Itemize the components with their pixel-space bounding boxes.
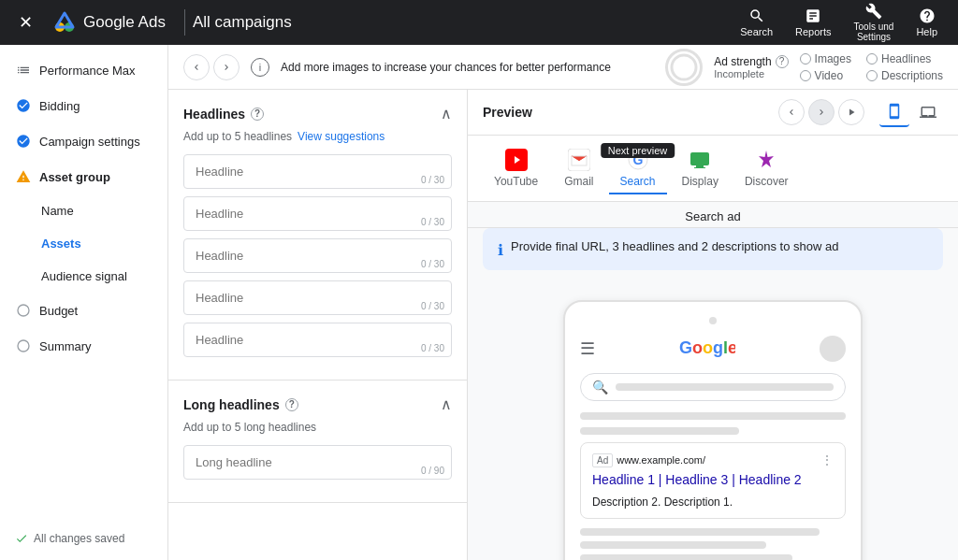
ad-info-icon[interactable]: ⋮ <box>820 452 834 467</box>
platform-tabs: YouTube Gmail <box>468 136 958 202</box>
headlines-section-header: Headlines ? ∧ <box>183 105 452 122</box>
close-button[interactable]: ✕ <box>11 12 40 33</box>
skeleton-line-2 <box>580 541 766 549</box>
ad-strength-circle <box>665 49 703 86</box>
ad-strength-tooltip-icon[interactable]: ? <box>776 55 789 68</box>
top-nav-actions: Search Reports Tools undSettings Help <box>731 0 947 46</box>
tools-nav-button[interactable]: Tools undSettings <box>845 0 904 46</box>
svg-rect-13 <box>694 167 705 168</box>
sidebar-item-campaign-settings[interactable]: Campaign settings <box>0 123 167 159</box>
tab-gmail[interactable]: Gmail <box>553 143 604 194</box>
sidebar: Performance Max Bidding Campaign setting… <box>0 45 168 560</box>
ad-strength-bar: i Add more images to increase your chanc… <box>168 45 958 90</box>
mobile-device-icon[interactable] <box>879 97 909 127</box>
sidebar-item-campaign-settings-label: Campaign settings <box>39 135 140 149</box>
tab-gmail-label: Gmail <box>564 175 593 188</box>
sidebar-item-name[interactable]: Name <box>0 194 167 227</box>
phone-menu-bar: ☰ Google <box>580 336 846 362</box>
headline-input-1[interactable] <box>183 154 452 189</box>
tools-icon <box>865 3 882 20</box>
headlines-collapse-button[interactable]: ∧ <box>441 105 452 122</box>
sidebar-item-bidding[interactable]: Bidding <box>0 88 167 123</box>
tab-search[interactable]: Next preview G Search <box>609 143 667 194</box>
headline-charcount-2: 0 / 30 <box>421 217 444 227</box>
ad-url: www.example.com/ <box>617 454 817 466</box>
ad-type-label: Search ad <box>468 202 958 228</box>
form-panel: Headlines ? ∧ Add up to 5 headlines View… <box>168 90 468 560</box>
preview-next-button[interactable] <box>808 99 835 125</box>
preview-nav <box>778 99 864 125</box>
main-layout: Performance Max Bidding Campaign setting… <box>0 45 958 560</box>
sidebar-item-performance-max[interactable]: Performance Max <box>0 52 167 88</box>
search-result-line-2 <box>580 427 739 435</box>
ad-label-row: Ad www.example.com/ ⋮ <box>592 452 834 467</box>
headline-input-5[interactable] <box>183 323 452 357</box>
ad-strength-message: Add more images to increase your chances… <box>281 61 654 74</box>
tab-discover[interactable]: Discover <box>733 143 800 194</box>
reports-nav-button[interactable]: Reports <box>786 4 841 41</box>
display-icon <box>689 149 711 171</box>
all-changes-saved: All changes saved <box>0 524 139 553</box>
sidebar-item-audience-signal[interactable]: Audience signal <box>0 260 167 293</box>
headline-input-3[interactable] <box>183 238 452 273</box>
help-nav-label: Help <box>916 26 937 37</box>
user-avatar <box>820 336 846 362</box>
tab-youtube[interactable]: YouTube <box>483 143 549 194</box>
sidebar-item-asset-group[interactable]: Asset group <box>0 159 167 194</box>
sidebar-item-summary-label: Summary <box>39 339 92 353</box>
headline-input-2[interactable] <box>183 196 452 231</box>
long-headlines-tooltip-icon[interactable]: ? <box>285 398 298 411</box>
long-headline-input-wrap-1: 0 / 90 <box>183 445 452 480</box>
long-headlines-section-header: Long headlines ? ∧ <box>183 395 452 413</box>
prev-arrow-button[interactable] <box>183 54 210 80</box>
headlines-tooltip-icon[interactable]: ? <box>251 108 264 121</box>
tools-nav-label: Tools undSettings <box>854 22 894 42</box>
check-images-label: Images <box>815 52 851 65</box>
sidebar-item-summary[interactable]: Summary <box>0 328 167 364</box>
view-suggestions-link[interactable]: View suggestions <box>298 130 385 143</box>
headline-input-wrap-5: 0 / 30 <box>183 323 452 357</box>
ad-card: Ad www.example.com/ ⋮ Headline 1 | Headl… <box>580 442 846 519</box>
long-headlines-section-subtitle: Add up to 5 long headlines <box>183 421 452 434</box>
tab-display[interactable]: Display <box>671 143 730 194</box>
phone-search-bar: 🔍 <box>580 373 846 401</box>
headlines-section-subtitle: Add up to 5 headlines View suggestions <box>183 130 452 143</box>
google-logo-svg: Google <box>679 337 735 358</box>
sidebar-item-assets-label: Assets <box>41 237 81 251</box>
campaign-icon <box>15 62 32 79</box>
check-descriptions-label: Descriptions <box>881 69 943 82</box>
check-descriptions-circle <box>866 70 878 81</box>
sidebar-item-asset-group-label: Asset group <box>39 170 110 184</box>
headline-input-4[interactable] <box>183 280 452 315</box>
svg-rect-12 <box>696 165 704 167</box>
sidebar-item-budget[interactable]: Budget <box>0 293 167 328</box>
desktop-device-icon[interactable] <box>913 97 943 127</box>
preview-title: Preview <box>483 105 771 120</box>
sidebar-item-assets[interactable]: Assets <box>0 227 167 260</box>
campaign-settings-check-icon <box>15 133 32 150</box>
help-nav-button[interactable]: Help <box>907 4 947 41</box>
long-headline-input-1[interactable] <box>183 445 452 480</box>
headline-input-wrap-2: 0 / 30 <box>183 196 452 231</box>
preview-prev-button[interactable] <box>778 99 805 125</box>
long-headlines-section-title: Long headlines ? <box>183 397 298 412</box>
preview-play-button[interactable] <box>838 99 864 125</box>
sidebar-item-bidding-label: Bidding <box>39 99 80 113</box>
main-content: i Add more images to increase your chanc… <box>168 45 958 560</box>
search-nav-button[interactable]: Search <box>731 4 782 41</box>
gmail-icon <box>568 149 590 171</box>
next-arrow-button[interactable] <box>213 54 240 80</box>
skeleton-line-3 <box>580 554 792 560</box>
ad-strength-info-icon[interactable]: i <box>251 58 269 77</box>
sidebar-item-name-label: Name <box>41 204 74 218</box>
tab-discover-label: Discover <box>745 175 789 188</box>
headline-charcount-5: 0 / 30 <box>421 343 444 353</box>
google-ads-logo-icon <box>51 9 78 36</box>
svg-point-2 <box>18 305 29 316</box>
check-headlines-circle <box>866 53 878 65</box>
long-headlines-collapse-button[interactable]: ∧ <box>441 395 452 413</box>
nav-arrows <box>183 54 240 80</box>
page-title: All campaigns <box>193 13 731 32</box>
preview-info-message: Provide final URL, 3 headlines and 2 des… <box>511 239 839 253</box>
save-check-icon <box>15 532 28 545</box>
